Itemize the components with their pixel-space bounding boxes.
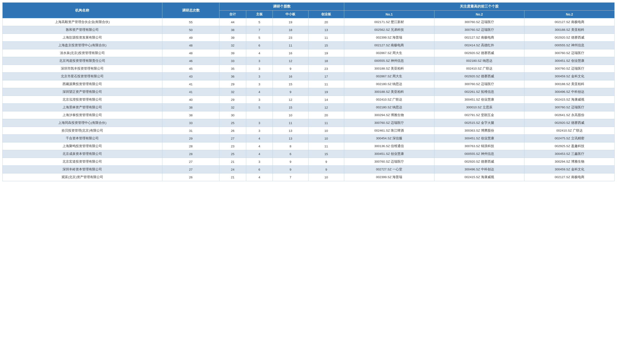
cell-no3: 300188.SZ 美亚柏科 [525, 26, 615, 34]
cell-total: 48 [162, 42, 219, 49]
cell-no1: 002410.SZ 广联达 [344, 96, 434, 104]
table-row: 敦和资产管理有限公司503871813002562.SZ 兄弟科技300760.… [3, 26, 615, 34]
cell-name: 淡水泉(北京)投资管理有限公司 [3, 49, 162, 57]
cell-total: 46 [162, 57, 219, 65]
cell-total: 31 [162, 127, 219, 135]
cell-main: 3 [246, 57, 272, 65]
cell-gem: 15 [308, 150, 344, 158]
cell-total: 55 [162, 18, 219, 26]
cell-no3: 002920.SZ 德赛西威 [525, 34, 615, 42]
cell-sum: 25 [219, 150, 246, 158]
cell-total: 27 [162, 158, 219, 166]
cell-gem: 9 [308, 166, 344, 173]
cell-sme: 7 [272, 173, 308, 181]
cell-no3: 300459.SZ 金科文化 [525, 73, 615, 80]
cell-no1: 300454.SZ 深信服 [344, 135, 434, 143]
cell-sum: 21 [219, 173, 246, 181]
cell-gem: 10 [308, 173, 344, 181]
table-row: 上海聚鸣投资管理有限公司28234811300136.SZ 信维通信300763… [3, 143, 615, 150]
cell-sme: 11 [272, 119, 308, 127]
col-header-no3: No.2 [525, 11, 615, 18]
table-row: 淡水泉(北京)投资管理有限公司483941619002867.SZ 周大生002… [3, 49, 615, 57]
cell-no3: 300496.SZ 中科创达 [525, 88, 615, 96]
col-header-sum: 合计 [219, 11, 246, 18]
cell-gem: 15 [308, 42, 344, 49]
cell-gem: 9 [308, 158, 344, 166]
cell-gem: 11 [308, 80, 344, 88]
cell-sum: 44 [219, 18, 246, 26]
cell-sme: 13 [272, 127, 308, 135]
cell-total: 29 [162, 135, 219, 143]
table-row: 观富(北京)资产管理有限公司26214710002399.SZ 海普瑞00241… [3, 173, 615, 181]
cell-gem: 13 [308, 26, 344, 34]
cell-sum: 24 [219, 166, 246, 173]
cell-name: 西藏源乘投资管理有限公司 [3, 80, 162, 88]
cell-no3: 002415.SZ 海康威视 [525, 96, 615, 104]
cell-no3: 002410.SZ 广联达 [525, 127, 615, 135]
cell-main: 4 [246, 135, 272, 143]
cell-main: 5 [246, 34, 272, 42]
cell-sum: 36 [219, 73, 246, 80]
cell-total: 28 [162, 150, 219, 158]
cell-main: 4 [246, 88, 272, 96]
cell-sum: 33 [219, 57, 246, 65]
table-row: 西藏源乘投资管理有限公司412931511002180.SZ 纳思达300760… [3, 80, 615, 88]
cell-sme: 12 [272, 96, 308, 104]
cell-total: 40 [162, 96, 219, 104]
cell-sme: 11 [272, 42, 308, 49]
cell-gem: 11 [308, 119, 344, 127]
cell-total: 38 [162, 111, 219, 119]
cell-total: 41 [162, 80, 219, 88]
cell-name: 深圳望正资产管理有限公司 [3, 88, 162, 96]
cell-no2: 300451.SZ 创业慧康 [434, 96, 525, 104]
cell-no1: 300294.SZ 博雅生物 [344, 111, 434, 119]
cell-sme: 8 [272, 143, 308, 150]
table-row: 上海同犇投资管理中心(有限合伙)332531111300760.SZ 迈瑞医疗0… [3, 119, 615, 127]
cell-no3: 300188.SZ 美亚柏科 [525, 80, 615, 88]
cell-main: 3 [246, 73, 272, 80]
col-header-gem: 创业板 [308, 11, 344, 18]
cell-no1: 300136.SZ 信维通信 [344, 143, 434, 150]
cell-no2: 300763.SZ 锦浪科技 [434, 143, 525, 150]
cell-gem: 14 [308, 96, 344, 104]
table-row: 北京宏道投资管理有限公司2721399300760.SZ 迈瑞医疗002920.… [3, 158, 615, 166]
cell-no2: 002410.SZ 广联达 [434, 65, 525, 73]
cell-gem: 20 [308, 111, 344, 119]
cell-no1: 002867.SZ 周大生 [344, 49, 434, 57]
cell-no3: 000555.SZ 神州信息 [525, 42, 615, 49]
cell-no3: 002475.SZ 立讯精密 [525, 135, 615, 143]
cell-sme: 18 [272, 26, 308, 34]
table-row: 上海景林资产管理有限公司383251512002180.SZ 纳思达300010… [3, 104, 615, 111]
cell-no2: 300760.SZ 迈瑞医疗 [434, 18, 525, 26]
cell-sme: 12 [272, 57, 308, 65]
cell-no1: 002171.SZ 楚江新材 [344, 18, 434, 26]
cell-total: 33 [162, 119, 219, 127]
cell-name: 北京鸿道投资管理有限责任公司 [3, 57, 162, 65]
cell-main: 3 [246, 158, 272, 166]
cell-no1: 002180.SZ 纳思达 [344, 104, 434, 111]
header-row-1: 机构名称 调研总次数 调研个股数 关注度最高的前三个个股 [3, 3, 615, 11]
cell-name: 深圳市凯丰投资管理有限公司 [3, 65, 162, 73]
cell-name: 上海汐泰投资管理有限公司 [3, 111, 162, 119]
cell-no1: 002180.SZ 纳思达 [344, 80, 434, 88]
cell-no3: 300459.SZ 金科文化 [525, 166, 615, 173]
cell-total: 43 [162, 73, 219, 80]
cell-sum: 25 [219, 119, 246, 127]
cell-no3: 300451.SZ 创业慧康 [525, 57, 615, 65]
cell-no1: 002399.SZ 海普瑞 [344, 173, 434, 181]
cell-no2: 300010.SZ 立思辰 [434, 104, 525, 111]
cell-no2: 300363.SZ 博腾股份 [434, 127, 525, 135]
cell-sum: 32 [219, 88, 246, 96]
cell-no1: 300760.SZ 迈瑞医疗 [344, 119, 434, 127]
cell-main: 3 [246, 119, 272, 127]
cell-name: 北京泓澄投资管理有限公司 [3, 96, 162, 104]
cell-name: 拾贝投资管理(北京)有限公司 [3, 127, 162, 135]
cell-name: 上海景林资产管理有限公司 [3, 104, 162, 111]
cell-gem: 20 [308, 18, 344, 26]
cell-no3: 300760.SZ 迈瑞医疗 [525, 65, 615, 73]
cell-total: 27 [162, 166, 219, 173]
cell-no2: 300451.SZ 创业慧康 [434, 135, 525, 143]
cell-main: 7 [246, 26, 272, 34]
cell-name: 北京市星石投资管理有限公司 [3, 73, 162, 80]
cell-total: 38 [162, 104, 219, 111]
